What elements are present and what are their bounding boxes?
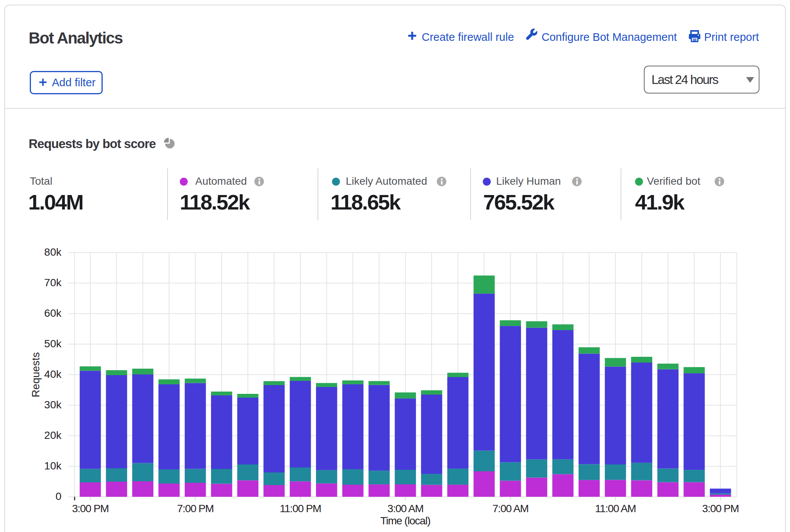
svg-text:11:00 AM: 11:00 AM (595, 503, 636, 514)
svg-text:11:00 PM: 11:00 PM (280, 503, 321, 514)
svg-text:80k: 80k (44, 246, 62, 258)
svg-text:40k: 40k (44, 368, 62, 380)
svg-text:3:00 PM: 3:00 PM (702, 503, 739, 514)
svg-text:50k: 50k (44, 338, 62, 350)
svg-text:20k: 20k (44, 429, 62, 441)
svg-text:10k: 10k (44, 460, 62, 472)
svg-text:3:00 AM: 3:00 AM (387, 503, 423, 514)
svg-text:7:00 PM: 7:00 PM (177, 503, 214, 514)
svg-text:7:00 AM: 7:00 AM (492, 503, 528, 514)
svg-text:70k: 70k (44, 277, 62, 289)
svg-text:30k: 30k (44, 399, 62, 411)
svg-text:3:00 PM: 3:00 PM (72, 503, 109, 514)
svg-text:60k: 60k (44, 307, 62, 319)
svg-text:Time (local): Time (local) (380, 515, 430, 527)
svg-text:Requests: Requests (30, 352, 42, 397)
svg-text:0: 0 (55, 490, 61, 502)
